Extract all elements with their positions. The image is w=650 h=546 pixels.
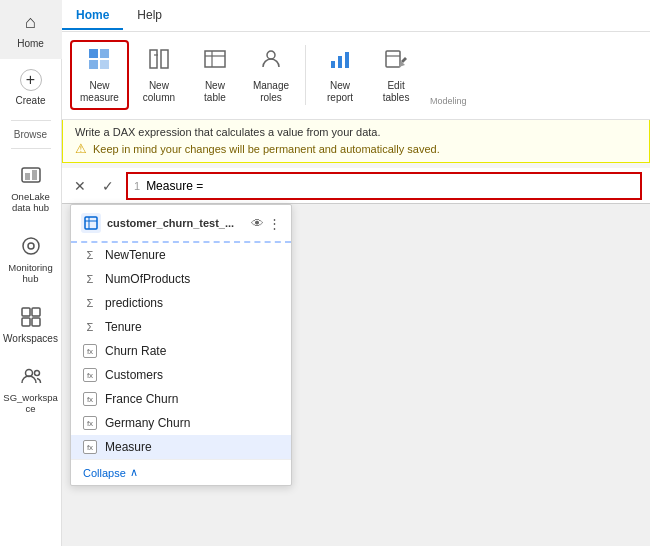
dropdown-collapse-label: Collapse [83,467,126,479]
measure-icon-francechurn: fx [83,392,97,406]
dropdown-header: customer_churn_test_... 👁 ⋮ [71,205,291,243]
sidebar-item-workspaces[interactable]: Workspaces [0,295,62,354]
sidebar-label-create: Create [15,95,45,106]
measure-icon-customers: fx [83,368,97,382]
svg-point-4 [28,243,34,249]
svg-point-3 [23,238,39,254]
dropdown-item-label-measure: Measure [105,440,152,454]
sg-icon [19,364,43,388]
manage-roles-button[interactable]: Manageroles [245,40,297,110]
sidebar-item-home[interactable]: ⌂ Home [0,0,62,59]
dropdown-item-newtenure[interactable]: Σ NewTenure [71,243,291,267]
ribbon-sep [305,45,306,105]
dropdown-item-customers[interactable]: fx Customers [71,363,291,387]
home-icon: ⌂ [19,10,43,34]
svg-point-10 [34,370,39,375]
formula-cancel-button[interactable]: ✕ [70,176,90,196]
svg-rect-24 [345,52,349,68]
svg-rect-7 [22,318,30,326]
edit-tables-button[interactable]: Edittables [370,40,422,110]
new-report-label: Newreport [327,80,353,104]
new-column-button[interactable]: Newcolumn [133,40,185,110]
new-column-label: Newcolumn [143,80,175,104]
dropdown-header-actions: 👁 ⋮ [251,216,281,231]
svg-rect-1 [25,173,30,180]
sidebar-divider [11,120,51,121]
sidebar-item-sg[interactable]: SG_workspace [0,354,62,425]
svg-rect-12 [100,49,109,58]
formula-line-num: 1 [134,180,140,192]
formula-input-wrap[interactable]: 1 [126,172,642,200]
formula-input[interactable] [146,179,634,193]
ribbon: Home Help Newmeasure Newcolumn Newtable [62,0,650,120]
svg-rect-11 [89,49,98,58]
tooltip-banner: Write a DAX expression that calculates a… [62,120,650,163]
dropdown-item-tenure[interactable]: Σ Tenure [71,315,291,339]
svg-rect-27 [85,217,97,229]
sidebar-label-monitoring: Monitoringhub [8,262,52,285]
sigma-icon-predictions: Σ [83,297,97,309]
svg-rect-22 [331,61,335,68]
svg-rect-6 [32,308,40,316]
sigma-icon-newtenure: Σ [83,249,97,261]
dropdown-item-label-francechurn: France Churn [105,392,178,406]
warning-text: Keep in mind your changes will be perman… [93,143,440,155]
dropdown-more-icon[interactable]: ⋮ [268,216,281,231]
create-icon: + [20,69,42,91]
new-table-label: Newtable [204,80,226,104]
dropdown-item-germanychurn[interactable]: fx Germany Churn [71,411,291,435]
svg-rect-25 [386,51,400,67]
dropdown-item-numofproducts[interactable]: Σ NumOfProducts [71,267,291,291]
svg-rect-15 [150,50,157,68]
tooltip-main-text: Write a DAX expression that calculates a… [75,126,637,138]
new-measure-label: Newmeasure [80,80,119,104]
sigma-icon-numofproducts: Σ [83,273,97,285]
dropdown-item-label-numofproducts: NumOfProducts [105,272,190,286]
tab-home[interactable]: Home [62,2,123,30]
dropdown-item-churnrate[interactable]: fx Churn Rate [71,339,291,363]
new-report-button[interactable]: Newreport [314,40,366,110]
svg-rect-5 [22,308,30,316]
sidebar-item-create[interactable]: + Create [0,59,62,116]
new-column-icon [147,47,171,77]
sidebar-label-workspaces: Workspaces [3,333,58,344]
sidebar-label-onelake: OneLakedata hub [11,191,50,214]
ribbon-button-area: Newmeasure Newcolumn Newtable Managerole… [62,32,650,118]
dropdown-item-francechurn[interactable]: fx France Churn [71,387,291,411]
svg-rect-18 [205,51,225,67]
new-table-button[interactable]: Newtable [189,40,241,110]
dropdown-item-measure[interactable]: fx Measure [71,435,291,459]
edit-tables-icon [384,47,408,77]
dropdown-item-predictions[interactable]: Σ predictions [71,291,291,315]
sidebar-label-sg: SG_workspace [3,392,57,415]
sidebar-item-onelake[interactable]: OneLakedata hub [0,153,62,224]
chevron-up-icon: ∧ [130,466,138,479]
sidebar-divider2 [11,148,51,149]
new-measure-icon [87,47,111,77]
svg-rect-14 [100,60,109,69]
formula-confirm-button[interactable]: ✓ [98,176,118,196]
svg-rect-23 [338,56,342,68]
sigma-icon-tenure: Σ [83,321,97,333]
edit-tables-label: Edittables [383,80,410,104]
dropdown-table-name: customer_churn_test_... [107,217,245,229]
manage-roles-icon [259,47,283,77]
new-measure-button[interactable]: Newmeasure [70,40,129,110]
formula-bar: ✕ ✓ 1 [62,168,650,204]
sidebar-item-monitoring[interactable]: Monitoringhub [0,224,62,295]
dropdown-item-label-churnrate: Churn Rate [105,344,166,358]
dropdown-item-label-predictions: predictions [105,296,163,310]
browse-label: Browse [0,125,62,144]
dropdown-item-label-germanychurn: Germany Churn [105,416,190,430]
ribbon-tab-bar: Home Help [62,0,650,32]
dropdown-eye-icon[interactable]: 👁 [251,216,264,231]
measure-icon-measure: fx [83,440,97,454]
table-icon [81,213,101,233]
onelake-icon [19,163,43,187]
dropdown-collapse-button[interactable]: Collapse ∧ [71,459,291,485]
svg-point-21 [267,51,275,59]
svg-rect-8 [32,318,40,326]
warning-icon: ⚠ [75,141,87,156]
dropdown-item-label-newtenure: NewTenure [105,248,166,262]
tab-help[interactable]: Help [123,2,176,30]
